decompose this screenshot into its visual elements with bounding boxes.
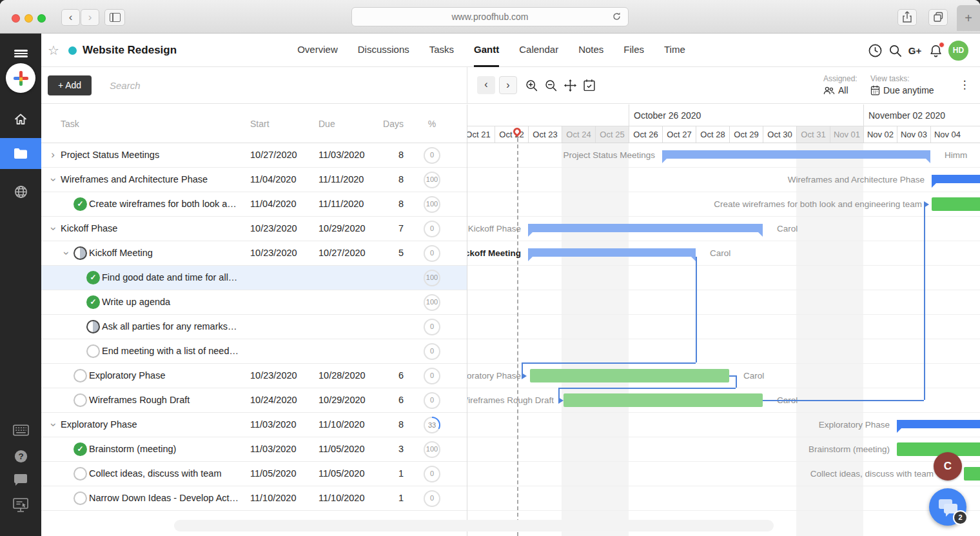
sidebar-toggle-button[interactable] [104, 9, 125, 26]
table-row[interactable]: End meeting with a list of need…0 [41, 339, 467, 364]
tab-overview-button[interactable] [928, 9, 948, 26]
search-input[interactable] [110, 75, 297, 95]
status-empty-icon[interactable] [74, 369, 87, 382]
tab-notes[interactable]: Notes [578, 34, 603, 67]
table-row[interactable]: Exploratory Phase10/23/202010/28/202060 [41, 364, 467, 388]
gantt-prev-button[interactable]: ‹ [477, 76, 495, 94]
table-row[interactable]: ✓Write up agenda100 [41, 290, 467, 315]
minimize-window-button[interactable] [24, 14, 33, 23]
horizontal-scrollbar[interactable] [174, 520, 774, 531]
quick-add-button[interactable] [6, 63, 35, 93]
sidebar-item-demo[interactable] [0, 493, 41, 517]
close-window-button[interactable] [12, 14, 20, 23]
table-row[interactable]: Wireframes Rough Draft10/24/202010/29/20… [41, 388, 467, 413]
sidebar-item-global[interactable] [0, 179, 41, 204]
status-done-icon[interactable]: ✓ [74, 197, 87, 211]
column-start: Start [250, 104, 308, 143]
task-rows: ›Project Status Meetings10/27/202011/03/… [41, 143, 467, 511]
tab-tasks[interactable]: Tasks [429, 34, 454, 67]
today-line [517, 138, 518, 536]
gantt-bar[interactable] [530, 369, 729, 382]
sidebar-item-projects[interactable] [0, 138, 41, 169]
tab-overview[interactable]: Overview [297, 34, 338, 67]
browser-back-button[interactable]: ‹ [61, 9, 80, 26]
gantt-bar[interactable] [897, 420, 980, 428]
notifications-bell-icon[interactable] [928, 43, 944, 59]
sidebar-item-help[interactable]: ? [0, 444, 41, 468]
chevron-right-icon[interactable]: › [48, 143, 58, 167]
gantt-bar[interactable] [528, 224, 763, 232]
app-header: ☆ Website Redesign OverviewDiscussionsTa… [41, 34, 980, 67]
assigned-filter[interactable]: Assigned: All [823, 67, 858, 104]
status-empty-icon[interactable] [74, 393, 87, 407]
status-half-icon[interactable] [74, 246, 87, 260]
avatar[interactable]: HD [948, 41, 968, 61]
refresh-icon[interactable] [612, 12, 622, 21]
collaborator-avatar[interactable]: C [934, 452, 962, 481]
sidebar-item-home[interactable] [0, 107, 41, 132]
gantt-bar[interactable] [932, 175, 980, 183]
gantt-bar[interactable] [564, 393, 763, 407]
tab-files[interactable]: Files [623, 34, 644, 67]
status-done-icon[interactable]: ✓ [86, 295, 100, 309]
table-row[interactable]: ›Project Status Meetings10/27/202011/03/… [41, 143, 467, 168]
more-options-kebab-icon[interactable]: ⋮ [957, 77, 972, 93]
gantt-bar[interactable] [897, 442, 980, 456]
browser-forward-button[interactable]: › [81, 9, 99, 26]
tab-time[interactable]: Time [664, 34, 685, 67]
table-row[interactable]: ›Kickoff Meeting10/23/202010/27/202050 [41, 241, 467, 266]
share-button[interactable] [897, 9, 917, 26]
day-header: Oct 29 [729, 126, 763, 143]
table-row[interactable]: Collect ideas, discuss with team11/05/20… [41, 462, 467, 486]
sidebar: ? [0, 34, 41, 536]
tab-gantt[interactable]: Gantt [474, 34, 499, 67]
status-done-icon[interactable]: ✓ [86, 271, 100, 284]
table-row[interactable]: ✓Brainstorm (meeting)11/03/202011/05/202… [41, 437, 467, 462]
favorite-star-icon[interactable]: ☆ [48, 43, 59, 58]
search-icon[interactable] [888, 43, 903, 59]
menu-icon[interactable] [0, 41, 41, 66]
bar-assignee: Carol [777, 217, 798, 241]
task-days: 6 [377, 388, 404, 412]
status-empty-icon[interactable] [74, 491, 87, 505]
gantt-next-button[interactable]: › [499, 76, 517, 94]
new-tab-button[interactable]: + [957, 5, 980, 31]
table-row[interactable]: ✓Find good date and time for all…100 [41, 266, 467, 290]
table-row[interactable]: ✓Create wireframes for both look a…11/04… [41, 192, 467, 217]
gantt-bar[interactable] [662, 150, 930, 159]
sidebar-item-feedback[interactable] [0, 468, 41, 493]
gantt-bar[interactable] [932, 197, 980, 211]
table-row[interactable]: Ask all parties for any remarks…0 [41, 315, 467, 339]
calendar-check-icon[interactable] [583, 79, 596, 92]
address-bar[interactable]: www.proofhub.com [351, 7, 629, 26]
timer-icon[interactable] [868, 43, 883, 59]
task-start: 10/23/2020 [250, 217, 308, 241]
sidebar-item-shortcuts[interactable] [0, 418, 41, 442]
task-due: 11/05/2020 [318, 462, 377, 486]
connector-arrow-icon [558, 397, 564, 404]
status-empty-icon[interactable] [86, 344, 100, 358]
view-tasks-filter[interactable]: View tasks: Due anytime [870, 67, 934, 104]
task-due: 10/27/2020 [318, 241, 377, 265]
bar-label: Create wireframes for both look and engi… [714, 192, 922, 217]
task-name: Exploratory Phase [61, 413, 137, 437]
status-done-icon[interactable]: ✓ [74, 442, 87, 456]
tab-discussions[interactable]: Discussions [358, 34, 409, 67]
gantt-bar[interactable] [528, 248, 696, 257]
table-row[interactable]: Narrow Down Ideas - Develop Act…11/10/20… [41, 486, 467, 511]
invite-icon[interactable]: G+ [907, 43, 923, 59]
gantt-bar[interactable] [964, 467, 980, 481]
zoom-in-icon[interactable] [525, 79, 538, 92]
move-pan-icon[interactable] [564, 79, 577, 92]
maximize-window-button[interactable] [37, 14, 46, 23]
task-days: 8 [377, 143, 404, 167]
status-empty-icon[interactable] [74, 467, 87, 481]
add-button[interactable]: + Add [48, 75, 92, 95]
table-row[interactable]: ›Exploratory Phase11/03/202011/10/202083… [41, 413, 467, 437]
tab-calendar[interactable]: Calendar [519, 34, 558, 67]
status-half-icon[interactable] [86, 320, 100, 333]
zoom-out-icon[interactable] [544, 79, 558, 92]
table-row[interactable]: ›Wireframes and Architecture Phase11/04/… [41, 168, 467, 192]
table-row[interactable]: ›Kickoff Phase10/23/202010/29/202070 [41, 217, 467, 241]
task-due: 10/29/2020 [318, 388, 377, 412]
